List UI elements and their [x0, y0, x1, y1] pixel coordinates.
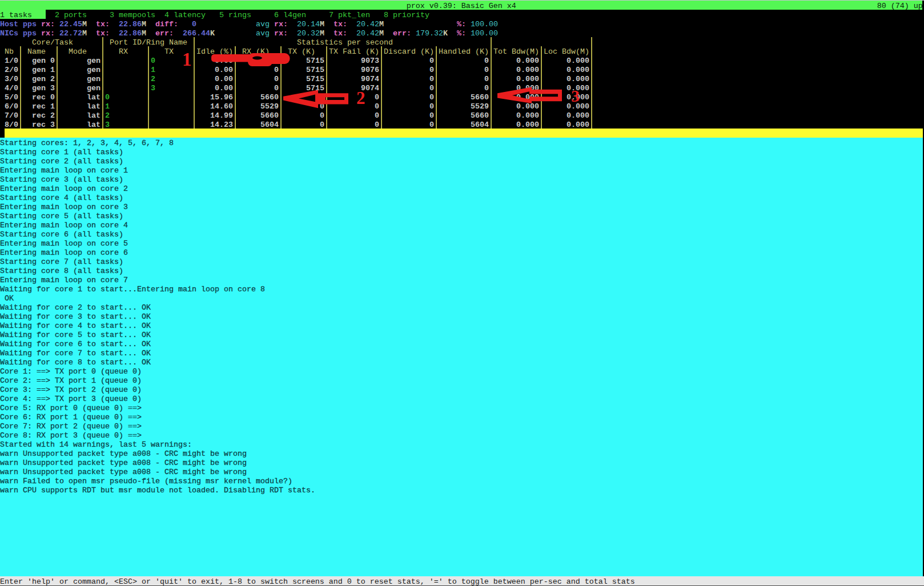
svg-text:2: 2	[356, 88, 365, 108]
svg-text:1: 1	[182, 49, 192, 70]
svg-text:3: 3	[571, 86, 580, 105]
